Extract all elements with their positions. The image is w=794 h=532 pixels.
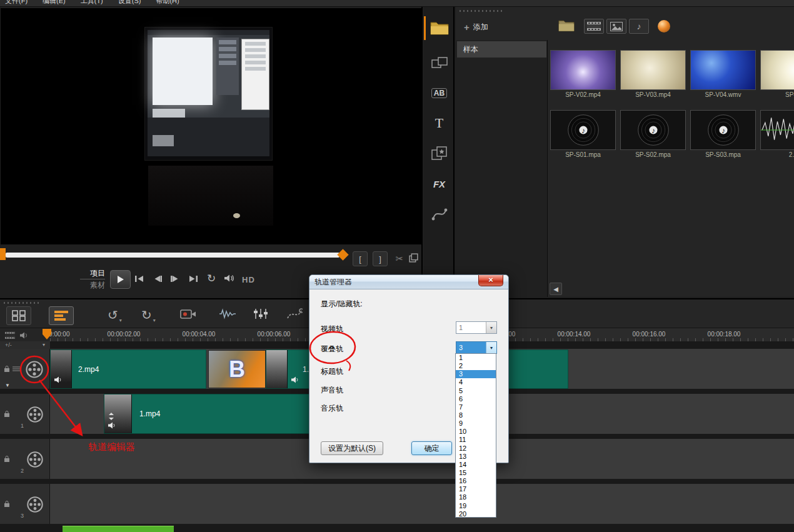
dropdown-option[interactable]: 10 [456,428,496,436]
dropdown-option[interactable]: 5 [456,387,496,395]
sound-mixer-button[interactable] [219,308,236,321]
play-button[interactable] [110,270,131,289]
dropdown-option[interactable]: 2 [456,362,496,370]
volume-icon[interactable] [224,274,235,283]
track-manager-reel-button[interactable] [25,404,45,424]
show-photos-button[interactable] [606,19,626,34]
video-track-combo[interactable]: 1 ▾ [456,321,497,334]
library-item[interactable]: SP-V04.wmv [690,50,756,98]
folder-item-sample[interactable]: 样本 [457,41,546,58]
filter-fx-button[interactable]: FX [424,171,455,196]
panel-drag-handle[interactable] [4,302,41,304]
graphic-button[interactable] [424,141,455,166]
dropdown-option[interactable]: 15 [456,469,496,477]
transition-clip[interactable]: B [208,350,266,388]
skip-start-button[interactable] [134,275,144,283]
set-default-button[interactable]: 设置为默认(S) [321,441,383,455]
library-item[interactable]: ♪ SP-S02.mpa [620,110,686,158]
transition-button[interactable] [424,51,455,76]
dropdown-option[interactable]: 12 [456,444,496,453]
menu-file[interactable]: 文件(F) [5,0,28,6]
overlay-track-lane-3[interactable] [50,484,794,524]
motion-track-button[interactable] [286,308,303,323]
dialog-close-button[interactable]: × [478,275,503,286]
mark-out-button[interactable]: ] [373,251,388,266]
dropdown-option[interactable]: 16 [456,477,496,485]
ok-button[interactable]: 确定 [411,441,452,455]
motion-path-button[interactable] [424,201,455,226]
lock-icon[interactable] [4,365,10,373]
dropdown-option[interactable]: 6 [456,395,496,403]
dropdown-option[interactable]: 20 [456,510,496,518]
dropdown-option[interactable]: 19 [456,502,496,510]
clip-2mp4[interactable]: 2.mp4 [50,349,206,389]
track-manager-reel-button[interactable] [25,449,45,469]
media-library-button[interactable] [424,16,455,41]
scrubber-bar[interactable] [6,253,339,258]
trim-left-handle[interactable] [0,248,6,260]
music-track-clip[interactable] [63,526,174,532]
list-icon[interactable] [13,366,20,372]
dropdown-option[interactable]: 8 [456,411,496,419]
back-button[interactable]: ◀ [550,283,562,295]
color-sphere-icon[interactable] [658,20,670,33]
track-manager-reel-button[interactable] [24,359,45,380]
lock-icon[interactable] [4,500,10,508]
library-item[interactable]: 2.s [760,110,794,158]
combo-caret-icon[interactable]: ▾ [486,322,496,333]
track-options-caret-icon[interactable]: ▾ [43,341,45,349]
expand-track-icon[interactable]: ▼ [5,383,10,388]
library-item[interactable]: SP-V02.mp4 [550,50,616,98]
timeline-view-button[interactable] [49,306,74,325]
title-button[interactable]: T [424,111,455,136]
split-clip-scissors-icon[interactable]: ✂ [393,251,406,266]
storyboard-view-button[interactable] [6,306,31,325]
dropdown-option[interactable]: 4 [456,378,496,386]
hd-toggle[interactable]: HD [242,275,255,284]
show-videos-button[interactable] [584,19,604,34]
dropdown-option[interactable]: 13 [456,453,496,461]
panel-drag-handle[interactable] [460,10,503,12]
combo-caret-icon[interactable]: ▾ [486,342,496,353]
repeat-icon[interactable]: ↻ [207,272,216,285]
mode-project[interactable]: 项目 [80,268,105,278]
dropdown-option[interactable]: 14 [456,461,496,469]
library-item[interactable]: ♪ SP-S03.mpa [690,110,756,158]
dropdown-option[interactable]: 9 [456,419,496,428]
add-folder-button[interactable]: + 添加 [464,22,488,33]
library-item[interactable]: ♪ SP-S01.mpa [550,110,616,158]
browse-folder-icon[interactable] [558,19,575,34]
lock-icon[interactable] [4,410,10,418]
next-frame-button[interactable] [171,275,179,283]
redo-button[interactable]: ↻▾ [141,307,156,329]
skip-end-button[interactable] [188,275,198,283]
library-item[interactable]: SP-V03.mp4 [620,50,686,98]
dropdown-option[interactable]: 18 [456,493,496,501]
dropdown-option-selected[interactable]: 3 [456,370,496,378]
library-item[interactable]: SP-I0 [760,50,794,98]
title-ab-button[interactable]: AB [424,81,455,106]
auto-music-button[interactable] [253,308,268,322]
show-audio-button[interactable]: ♪ [629,19,649,34]
overlay-track-combo[interactable]: 3 ▾ [456,341,497,354]
menu-edit[interactable]: 编辑(E) [43,0,66,6]
dropdown-option[interactable]: 7 [456,403,496,411]
undo-button[interactable]: ↺▾ [108,307,122,329]
track-manager-reel-button[interactable] [25,494,45,514]
dropdown-option[interactable]: 1 [456,354,496,362]
dropdown-option[interactable]: 11 [456,436,496,444]
menu-tools[interactable]: 工具(T) [81,0,103,6]
audio-track-icon[interactable] [20,332,30,339]
prev-frame-button[interactable] [153,275,162,283]
add-remove-track-button[interactable]: +/- [5,341,12,349]
dropdown-option[interactable]: 17 [456,485,496,493]
menu-settings[interactable]: 设置(S) [118,0,141,6]
video-track-icon[interactable] [5,332,15,339]
record-capture-button[interactable] [180,308,196,323]
image-thumbnail [760,50,794,90]
duplicate-icon[interactable] [408,253,419,263]
lock-icon[interactable] [4,455,10,463]
mode-clip[interactable]: 素材 [80,280,105,290]
menu-help[interactable]: 帮助(H) [156,0,179,6]
mark-in-button[interactable]: [ [353,251,368,266]
